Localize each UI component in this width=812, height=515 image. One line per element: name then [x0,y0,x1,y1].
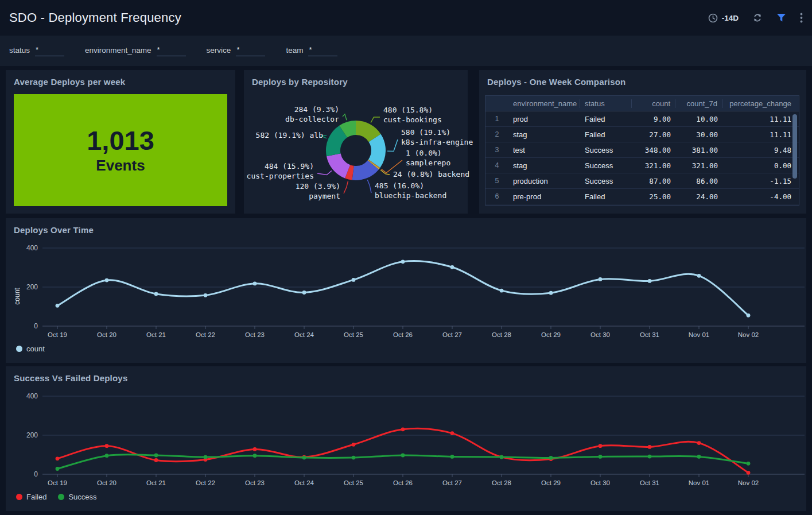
filter-item-team: team [286,45,337,56]
data-point-Failed[interactable] [253,447,257,451]
table-row[interactable]: 3testSuccess348.00381.009.48 [485,142,799,158]
panel-title: Deploys - One Week Comparison [479,70,806,87]
pie-label-samplerepo: 1 (0.0%) [406,149,442,157]
data-point-count[interactable] [697,274,701,278]
pie-label-payment: payment [309,192,340,200]
data-point-Failed[interactable] [450,431,454,435]
data-point-Success[interactable] [352,456,356,460]
table-header-environment_name[interactable]: environment_name [508,99,580,108]
data-point-Success[interactable] [105,454,109,458]
page-title: SDO - Deployment Frequency [9,10,708,25]
data-point-Success[interactable] [648,455,652,459]
data-point-Success[interactable] [549,456,553,460]
pie-leader-db-collector [343,114,347,121]
success-vs-failed-chart[interactable]: 0200400Oct 19Oct 20Oct 21Oct 22Oct 23Oct… [6,387,806,494]
data-point-count[interactable] [352,278,356,282]
legend-item-Success[interactable]: Success [58,493,96,501]
data-point-Success[interactable] [56,467,60,471]
data-point-count[interactable] [549,291,553,295]
legend-item-Failed[interactable]: Failed [16,493,46,501]
y-axis-name: count [13,288,21,305]
data-point-count[interactable] [401,260,405,264]
data-point-Failed[interactable] [697,441,701,445]
x-tick-label: Oct 19 [48,479,67,486]
panel-deploys-by-repository: Deploys by Repository 480 (15.8%)cust-bo… [244,70,468,214]
data-point-count[interactable] [599,277,603,281]
y-tick-label: 400 [26,392,38,400]
table-cell: 11.11 [722,130,796,139]
data-point-Failed[interactable] [747,471,751,475]
data-point-Success[interactable] [747,462,751,466]
data-point-count[interactable] [154,292,158,296]
table-scrollbar[interactable] [792,114,797,179]
table-row[interactable]: 1prodFailed9.0010.0011.11 [485,111,799,127]
data-point-Success[interactable] [154,454,158,458]
data-point-Failed[interactable] [105,444,109,448]
table-cell: production [508,177,580,185]
data-point-Success[interactable] [204,455,208,459]
table-cell: prod [508,115,580,123]
data-point-Success[interactable] [500,455,504,459]
data-point-count[interactable] [500,289,504,293]
more-options-button[interactable] [800,13,803,23]
table-header-status[interactable]: status [580,99,632,108]
data-point-count[interactable] [204,293,208,297]
x-tick-label: Oct 29 [541,331,561,338]
y-tick-label: 200 [26,283,38,291]
data-point-Failed[interactable] [599,444,603,448]
x-tick-label: Oct 23 [245,479,265,486]
filter-input-team[interactable] [308,45,337,56]
pie-label-cust-bookings: cust-bookings [383,115,442,124]
data-point-count[interactable] [747,313,751,317]
data-point-Success[interactable] [599,455,603,459]
table-header-count_7d[interactable]: count_7d [675,99,722,108]
data-point-Success[interactable] [697,455,701,459]
data-point-Success[interactable] [302,456,306,460]
data-point-Success[interactable] [253,454,257,458]
data-point-count[interactable] [302,291,306,295]
table-header-percetage_change[interactable]: percetage_change [722,99,796,108]
table-cell: 4 [485,161,508,169]
filter-input-status[interactable] [35,45,64,56]
table-row[interactable]: 6pre-prodFailed25.0024.00-4.00 [485,189,799,204]
data-point-count[interactable] [105,278,109,282]
table-cell: 321.00 [675,161,722,170]
filter-button[interactable] [776,13,786,22]
table-cell: Success [580,146,632,154]
y-tick-label: 0 [34,322,38,330]
legend-item-count[interactable]: count [16,344,45,353]
kebab-menu-icon [800,13,803,23]
table-cell: 348.00 [632,146,675,154]
data-point-Success[interactable] [401,454,405,458]
time-range-label: -14D [722,14,739,22]
pie-leader-bluechip-backend [367,180,371,193]
data-point-count[interactable] [450,265,454,269]
x-tick-label: Nov 01 [689,331,709,338]
table-cell: Failed [580,130,632,139]
data-point-count[interactable] [648,279,652,283]
table-row[interactable]: 5productionSuccess87.0086.00-1.15 [485,173,799,189]
header-controls: -14D [708,13,803,23]
x-tick-label: Oct 28 [492,331,511,338]
repository-donut-chart[interactable]: 480 (15.8%)cust-bookings580 (19.1%)k8s-i… [244,91,468,214]
data-point-Failed[interactable] [648,445,652,449]
data-point-Failed[interactable] [352,443,356,447]
data-point-Success[interactable] [450,455,454,459]
stat-value: 1,013 [87,126,154,156]
data-point-Failed[interactable] [401,427,405,431]
filter-input-service[interactable] [236,45,265,56]
data-point-Failed[interactable] [154,458,158,462]
filter-input-environment_name[interactable] [157,45,186,56]
x-tick-label: Oct 21 [146,479,166,486]
table-row[interactable]: 2stagFailed27.0030.0011.11 [485,127,799,142]
data-point-count[interactable] [253,281,257,285]
refresh-button[interactable] [752,13,763,23]
table-header-count[interactable]: count [632,99,675,108]
table-row[interactable]: 4stagSuccess321.00321.000.00 [485,158,799,173]
table-cell: 86.00 [675,177,722,185]
x-tick-label: Nov 02 [738,479,759,486]
time-range-control[interactable]: -14D [708,13,739,23]
data-point-Failed[interactable] [56,456,60,460]
data-point-count[interactable] [56,304,60,308]
deploys-over-time-chart[interactable]: 0200400countOct 19Oct 20Oct 21Oct 22Oct … [6,239,806,346]
